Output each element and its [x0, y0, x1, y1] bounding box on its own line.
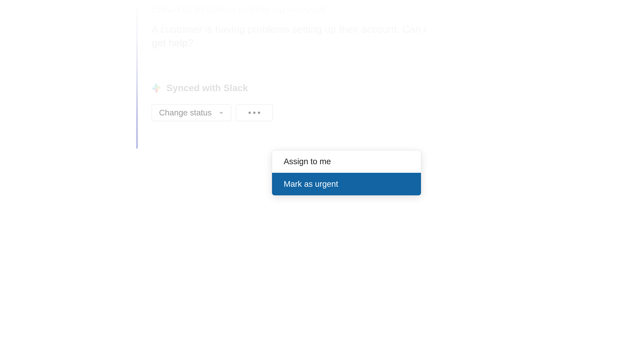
ticket-title: ENC-782 Problem setting up account	[152, 3, 506, 14]
ticket-description: A customer is having problems setting up…	[152, 22, 443, 49]
menu-item-assign-to-me[interactable]: Assign to me	[272, 150, 421, 173]
more-actions-button[interactable]	[236, 104, 273, 121]
dots-horizontal-icon	[248, 112, 260, 114]
slack-icon	[152, 83, 161, 93]
synced-status: Synced with Slack	[152, 83, 506, 93]
synced-label: Synced with Slack	[166, 83, 248, 93]
accent-bar	[136, 3, 138, 149]
menu-item-mark-urgent[interactable]: Mark as urgent	[272, 173, 421, 195]
overflow-menu: Assign to me Mark as urgent	[272, 150, 421, 196]
message-block: ENC-782 Problem setting up account A cus…	[136, 3, 506, 121]
message-content: ENC-782 Problem setting up account A cus…	[136, 0, 506, 121]
change-status-label: Change status	[159, 108, 212, 117]
change-status-button[interactable]: Change status	[152, 104, 231, 121]
action-buttons: Change status	[152, 104, 506, 121]
chevron-down-icon	[219, 110, 224, 115]
